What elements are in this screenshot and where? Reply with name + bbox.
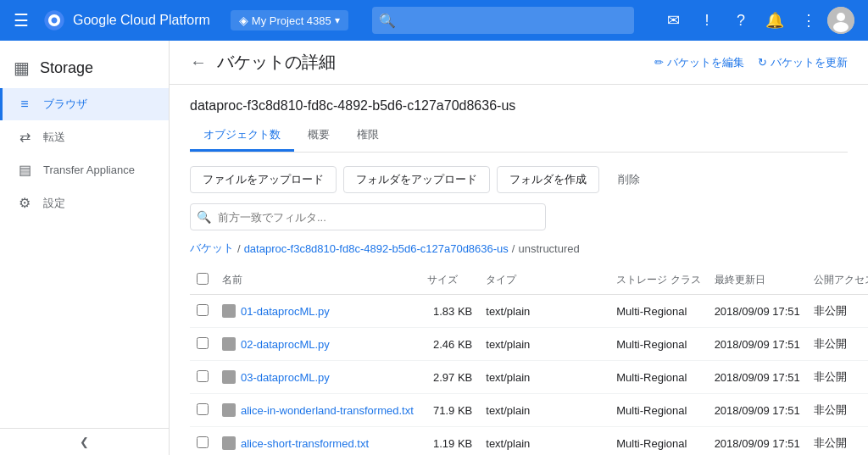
- row-updated: 2018/09/09 17:51: [708, 295, 807, 328]
- back-button[interactable]: ←: [190, 53, 207, 72]
- sidebar-item-settings[interactable]: ⚙ 設定: [0, 186, 169, 219]
- alert-icon-btn[interactable]: !: [692, 5, 722, 36]
- breadcrumb-sep-2: /: [512, 242, 515, 255]
- row-name-cell: alice-short-transformed.txt: [215, 427, 420, 456]
- notifications-icon-btn[interactable]: 🔔: [760, 5, 790, 36]
- row-updated: 2018/09/09 17:51: [708, 361, 807, 394]
- row-updated: 2018/09/09 17:51: [708, 328, 807, 361]
- project-selector[interactable]: ◈ My Project 4385 ▾: [231, 10, 348, 31]
- sidebar-item-transfer[interactable]: ⇄ 転送: [0, 120, 169, 153]
- sidebar-item-browser[interactable]: ≡ ブラウザ: [0, 88, 169, 120]
- row-access: 非公開: [807, 394, 868, 427]
- sidebar-item-browser-label: ブラウザ: [43, 97, 87, 112]
- app-title: Google Cloud Platform: [73, 13, 210, 28]
- row-storage: Multi-Regional: [609, 361, 707, 394]
- settings-icon: ⚙: [16, 195, 33, 211]
- sidebar-item-settings-label: 設定: [43, 196, 65, 211]
- sidebar-item-transfer-appliance[interactable]: ▤ Transfer Appliance: [0, 153, 169, 186]
- row-access: 非公開: [807, 295, 868, 328]
- row-checkbox[interactable]: [197, 403, 209, 415]
- row-checkbox[interactable]: [197, 370, 209, 382]
- filter-bar: 🔍: [190, 203, 848, 230]
- more-options-icon-btn[interactable]: ⋮: [793, 5, 824, 36]
- file-name[interactable]: 03-dataprocML.py: [241, 371, 330, 384]
- sidebar-title: Storage: [40, 59, 93, 77]
- row-storage: Multi-Regional: [609, 394, 707, 427]
- row-name-cell: 02-dataprocML.py: [215, 328, 420, 361]
- row-checkbox[interactable]: [197, 337, 209, 349]
- browser-icon: ≡: [16, 97, 33, 112]
- upload-folder-button[interactable]: フォルダをアップロード: [343, 166, 490, 193]
- toolbar: ファイルをアップロード フォルダをアップロード フォルダを作成 削除: [190, 166, 848, 193]
- row-type: text/plain: [479, 427, 609, 456]
- breadcrumb-bucket-name[interactable]: dataproc-f3c8d810-fd8c-4892-b5d6-c127a70…: [244, 242, 509, 255]
- file-icon: [222, 436, 236, 450]
- bucket-tabs: オブジェクト数 概要 権限: [190, 120, 848, 153]
- file-name[interactable]: 02-dataprocML.py: [241, 338, 330, 351]
- row-checkbox[interactable]: [197, 436, 209, 448]
- filter-icon: 🔍: [197, 210, 211, 224]
- file-name[interactable]: alice-short-transformed.txt: [241, 437, 369, 450]
- col-header-type: タイプ: [479, 266, 609, 295]
- create-folder-button[interactable]: フォルダを作成: [497, 166, 599, 193]
- row-size: 1.19 KB: [420, 427, 480, 456]
- sidebar-toggle[interactable]: ❮: [0, 428, 169, 455]
- row-checkbox-cell: [190, 295, 215, 328]
- row-name-cell: 01-dataprocML.py: [215, 295, 420, 328]
- edit-icon: ✏: [654, 56, 664, 69]
- file-name[interactable]: alice-in-wonderland-transformed.txt: [241, 404, 414, 417]
- edit-bucket-button[interactable]: ✏ バケットを編集: [654, 55, 744, 70]
- avatar[interactable]: [827, 7, 854, 34]
- file-icon: [222, 337, 236, 351]
- project-name: My Project 4385: [252, 14, 331, 27]
- row-size: 1.83 KB: [420, 295, 480, 328]
- refresh-icon: ↻: [758, 56, 767, 69]
- row-size: 71.9 KB: [420, 394, 480, 427]
- sidebar-item-transfer-label: 転送: [43, 130, 65, 145]
- menu-icon[interactable]: ☰: [14, 10, 29, 31]
- row-size: 2.46 KB: [420, 328, 480, 361]
- row-checkbox[interactable]: [197, 304, 209, 316]
- filter-input[interactable]: [190, 203, 546, 230]
- row-access: 非公開: [807, 328, 868, 361]
- col-header-name: 名前: [215, 266, 420, 295]
- refresh-bucket-button[interactable]: ↻ バケットを更新: [758, 55, 848, 70]
- row-storage: Multi-Regional: [609, 295, 707, 328]
- topbar-actions: ✉ ! ? 🔔 ⋮: [658, 5, 854, 36]
- file-icon: [222, 304, 236, 318]
- row-access: 非公開: [807, 361, 868, 394]
- email-icon-btn[interactable]: ✉: [658, 5, 688, 36]
- col-header-size: サイズ: [420, 266, 480, 295]
- delete-button[interactable]: 削除: [606, 167, 652, 192]
- help-icon-btn[interactable]: ?: [726, 5, 756, 36]
- search-bar: 🔍: [372, 7, 634, 34]
- row-type: text/plain: [479, 328, 609, 361]
- row-checkbox-cell: [190, 328, 215, 361]
- project-caret-icon: ▾: [335, 14, 340, 26]
- transfer-appliance-icon: ▤: [16, 162, 33, 178]
- row-checkbox-cell: [190, 394, 215, 427]
- search-input[interactable]: [372, 7, 634, 34]
- row-checkbox-cell: [190, 361, 215, 394]
- col-header-storage: ストレージ クラス: [609, 266, 707, 295]
- search-icon: 🔍: [379, 13, 396, 29]
- row-access: 非公開: [807, 427, 868, 456]
- file-name[interactable]: 01-dataprocML.py: [241, 305, 330, 318]
- row-type: text/plain: [479, 394, 609, 427]
- select-all-checkbox[interactable]: [197, 273, 209, 285]
- table-row: alice-in-wonderland-transformed.txt 71.9…: [190, 394, 868, 427]
- google-cloud-icon: [42, 8, 66, 32]
- avatar-image: [827, 7, 854, 34]
- refresh-bucket-label: バケットを更新: [771, 55, 848, 70]
- sidebar-header: ▦ Storage: [0, 47, 169, 88]
- tab-summary[interactable]: 概要: [294, 120, 343, 152]
- tab-permissions[interactable]: 権限: [343, 120, 392, 152]
- table-row: 01-dataprocML.py 1.83 KB text/plain Mult…: [190, 295, 868, 328]
- upload-file-button[interactable]: ファイルをアップロード: [190, 166, 337, 193]
- table-row: alice-short-transformed.txt 1.19 KB text…: [190, 427, 868, 456]
- breadcrumb-bucket[interactable]: バケット: [190, 241, 234, 256]
- col-header-checkbox: [190, 266, 215, 295]
- transfer-icon: ⇄: [16, 129, 33, 145]
- table-row: 03-dataprocML.py 2.97 KB text/plain Mult…: [190, 361, 868, 394]
- tab-objects[interactable]: オブジェクト数: [190, 120, 294, 152]
